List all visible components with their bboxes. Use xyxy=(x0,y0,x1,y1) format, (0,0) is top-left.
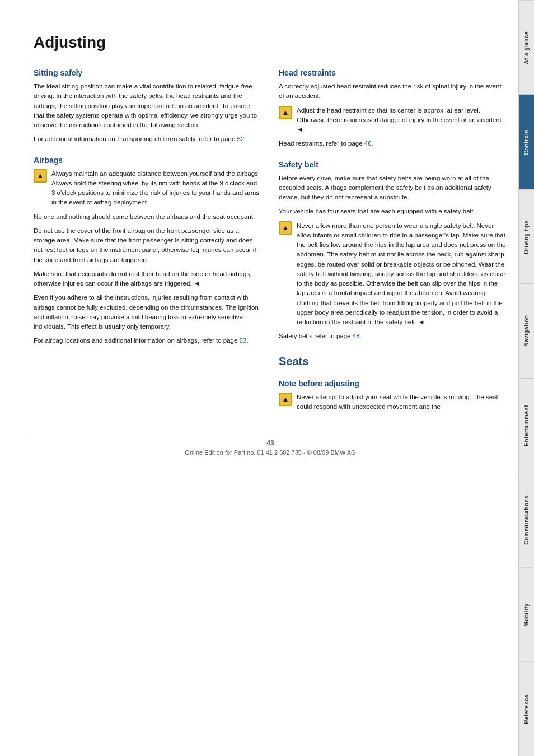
two-column-layout: Sitting safely The ideal sitting positio… xyxy=(34,68,507,416)
page-container: At a glance Controls Driving tips Naviga… xyxy=(0,0,534,756)
note-before-adjusting-heading: Note before adjusting xyxy=(279,379,507,388)
seats-warning: ▲ Never attempt to adjust your seat whil… xyxy=(279,393,507,412)
sitting-safely-heading: Sitting safely xyxy=(34,68,262,77)
right-column: Head restraints A correctly adjusted hea… xyxy=(279,68,507,416)
airbags-text4: Even if you adhere to all the instructio… xyxy=(34,293,262,332)
page-number: 43 xyxy=(34,439,507,447)
tab-controls[interactable]: Controls xyxy=(519,95,534,189)
head-restraints-heading: Head restraints xyxy=(279,68,507,77)
page-title: Adjusting xyxy=(34,34,507,52)
seats-warning-icon: ▲ xyxy=(279,393,292,406)
transporting-note: For additional information on Transporti… xyxy=(34,134,262,144)
airbag-location-note: For airbag locations and additional info… xyxy=(34,336,262,346)
head-restraints-link[interactable]: 46 xyxy=(364,140,372,147)
transporting-period: . xyxy=(244,136,246,142)
safety-belt-note: Safety belts refer to page 48. xyxy=(279,332,507,341)
head-restraints-note-text: Head restraints, refer to page xyxy=(279,140,364,147)
safety-belt-note-period: . xyxy=(360,333,362,339)
tab-communications[interactable]: Communications xyxy=(519,473,534,567)
main-content: Adjusting Sitting safely The ideal sitti… xyxy=(0,0,518,756)
airbags-warning1: ▲ Always maintain an adequate distance b… xyxy=(34,169,262,208)
head-restraints-warning: ▲ Adjust the head restraint so that its … xyxy=(279,106,507,135)
airbags-heading: Airbags xyxy=(34,156,262,165)
page-footer: 43 Online Edition for Part no. 01 41 2 6… xyxy=(34,433,507,456)
tab-driving-tips[interactable]: Driving tips xyxy=(519,189,534,284)
safety-belt-heading: Safety belt xyxy=(279,160,507,169)
airbags-text2: Do not use the cover of the front airbag… xyxy=(34,226,262,265)
transporting-link[interactable]: 52 xyxy=(237,136,245,142)
safety-belt-warning-icon: ▲ xyxy=(279,221,292,235)
tab-mobility[interactable]: Mobility xyxy=(519,567,534,662)
airbag-period: . xyxy=(246,337,248,344)
head-restraints-note-period: . xyxy=(372,140,373,147)
left-column: Sitting safely The ideal sitting positio… xyxy=(34,68,262,416)
safety-belt-warning-text: Never allow more than one person to wear… xyxy=(297,221,507,328)
safety-belt-return: ◄ xyxy=(418,319,424,325)
head-restraints-warning-text: Adjust the head restraint so that its ce… xyxy=(297,106,507,135)
warning-triangle-icon: ▲ xyxy=(34,169,47,183)
tab-entertainment[interactable]: Entertainment xyxy=(519,378,534,473)
safety-belt-warning-content: Never allow more than one person to wear… xyxy=(297,222,505,326)
seats-heading: Seats xyxy=(279,355,507,368)
safety-belt-note-text: Safety belts refer to page xyxy=(279,333,353,339)
sitting-safely-intro: The ideal sitting position can make a vi… xyxy=(34,82,262,130)
transporting-text: For additional information on Transporti… xyxy=(34,136,237,142)
safety-belt-link[interactable]: 48 xyxy=(353,333,360,339)
airbags-text3: Make sure that occupants do not rest the… xyxy=(34,269,262,289)
airbags-text3-content: Make sure that occupants do not rest the… xyxy=(34,270,251,287)
airbags-text1: No one and nothing should come between t… xyxy=(34,212,262,222)
sidebar-tabs: At a glance Controls Driving tips Naviga… xyxy=(518,0,534,756)
safety-belt-text2: Your vehicle has four seats that are eac… xyxy=(279,207,507,216)
tab-at-a-glance[interactable]: At a glance xyxy=(519,0,534,95)
head-restraints-return: ◄ xyxy=(297,126,303,133)
airbag-note-text: For airbag locations and additional info… xyxy=(34,337,240,344)
footer-copyright: Online Edition for Part no. 01 41 2 602 … xyxy=(34,449,507,456)
head-restraints-text1: A correctly adjusted head restraint redu… xyxy=(279,82,507,101)
safety-belt-warning: ▲ Never allow more than one person to we… xyxy=(279,221,507,328)
airbag-link[interactable]: 83 xyxy=(240,337,247,344)
seats-warning-text: Never attempt to adjust your seat while … xyxy=(297,393,507,412)
head-restraints-warning-icon: ▲ xyxy=(279,106,292,119)
airbags-warning1-text: Always maintain an adequate distance bet… xyxy=(51,169,262,208)
head-restraints-warning-content: Adjust the head restraint so that its ce… xyxy=(297,107,503,123)
safety-belt-text1: Before every drive, make sure that safet… xyxy=(279,174,507,203)
tab-navigation[interactable]: Navigation xyxy=(519,283,534,378)
tab-reference[interactable]: Reference xyxy=(519,661,534,756)
airbags-return1: ◄ xyxy=(194,280,200,287)
head-restraints-note: Head restraints, refer to page 46. xyxy=(279,139,507,148)
